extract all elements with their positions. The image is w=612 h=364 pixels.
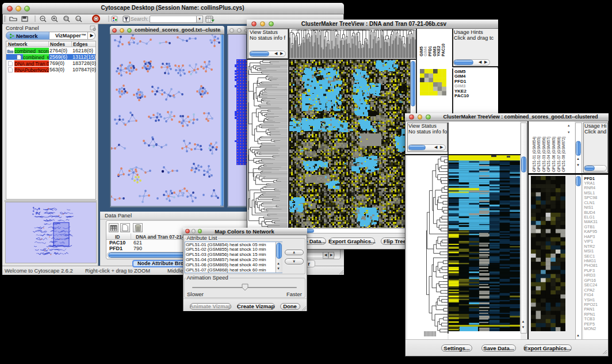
svg-text:1:1: 1:1 — [77, 18, 81, 21]
